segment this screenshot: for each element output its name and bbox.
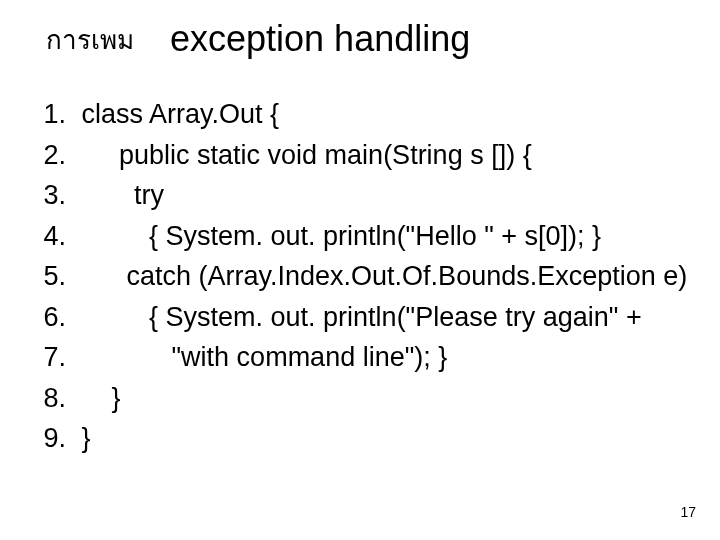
line-number: 6.	[36, 297, 74, 338]
code-line: 2. public static void main(String s []) …	[36, 135, 720, 176]
line-text: "with command line"); }	[74, 337, 447, 378]
slide: การเพม exception handling 1. class Array…	[0, 0, 720, 540]
line-text: try	[74, 175, 164, 216]
line-number: 1.	[36, 94, 74, 135]
line-text: }	[74, 378, 121, 419]
line-number: 8.	[36, 378, 74, 419]
code-line: 4. { System. out. println("Hello " + s[0…	[36, 216, 720, 257]
code-line: 7. "with command line"); }	[36, 337, 720, 378]
code-line: 6. { System. out. println("Please try ag…	[36, 297, 720, 338]
line-text: { System. out. println("Please try again…	[74, 297, 642, 338]
code-line: 1. class Array.Out {	[36, 94, 720, 135]
title-english: exception handling	[170, 18, 470, 60]
line-text: public static void main(String s []) {	[74, 135, 532, 176]
line-number: 2.	[36, 135, 74, 176]
line-number: 3.	[36, 175, 74, 216]
line-number: 7.	[36, 337, 74, 378]
code-line: 9. }	[36, 418, 720, 459]
line-text: class Array.Out {	[74, 94, 279, 135]
line-number: 9.	[36, 418, 74, 459]
line-text: catch (Array.Index.Out.Of.Bounds.Excepti…	[74, 256, 687, 297]
code-line: 5. catch (Array.Index.Out.Of.Bounds.Exce…	[36, 256, 720, 297]
code-block: 1. class Array.Out { 2. public static vo…	[0, 60, 720, 459]
line-number: 4.	[36, 216, 74, 257]
slide-title: การเพม exception handling	[0, 0, 720, 60]
title-thai: การเพม	[46, 19, 134, 60]
line-text: { System. out. println("Hello " + s[0]);…	[74, 216, 601, 257]
page-number: 17	[680, 504, 696, 520]
code-line: 8. }	[36, 378, 720, 419]
line-number: 5.	[36, 256, 74, 297]
line-text: }	[74, 418, 91, 459]
code-line: 3. try	[36, 175, 720, 216]
